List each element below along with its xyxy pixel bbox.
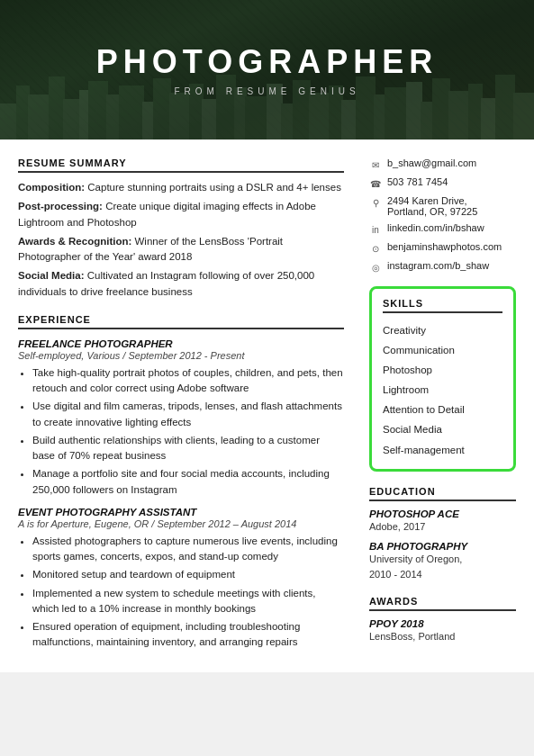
svg-rect-13: [202, 99, 218, 140]
skill-item-lightroom: Lightroom: [383, 380, 502, 400]
svg-rect-7: [106, 94, 121, 140]
svg-rect-8: [119, 86, 144, 140]
svg-rect-27: [421, 102, 434, 140]
svg-rect-6: [88, 81, 108, 140]
contact-instagram: ◎ instagram.com/b_shaw: [369, 260, 516, 274]
award-detail-1: LensBoss, Portland: [369, 629, 516, 644]
edu-detail-1: Adobe, 2017: [369, 519, 516, 535]
edu-detail-2a: University of Oregon,: [369, 552, 516, 567]
web-icon: ⊙: [369, 242, 382, 255]
resume-page: PHOTOGRAPHER FROM RESUME GENIUS RESUME S…: [0, 0, 534, 672]
svg-rect-25: [385, 87, 408, 140]
bullet-item: Assisted photographers to capture numero…: [32, 534, 344, 565]
email-icon: ✉: [369, 158, 382, 171]
edu-item-2: BA PHOTOGRAPHY University of Oregon, 201…: [369, 541, 516, 581]
svg-rect-22: [341, 100, 358, 140]
skills-section-title: SKILLS: [383, 298, 502, 313]
resume-body: RESUME SUMMARY Composition: Capture stun…: [0, 140, 534, 672]
bullet-item: Take high-quality portrait photos of cou…: [32, 365, 344, 397]
svg-rect-20: [309, 93, 330, 140]
contact-address: ⚲ 2494 Karen Drive, Portland, OR, 97225: [369, 195, 516, 217]
job-meta-1: Self-employed, Various / September 2012 …: [18, 350, 344, 361]
contact-email: ✉ b_shaw@gmail.com: [369, 158, 516, 171]
bullet-item: Build authentic relationships with clien…: [32, 433, 344, 464]
location-icon: ⚲: [369, 196, 382, 209]
svg-rect-31: [481, 98, 497, 140]
svg-rect-24: [374, 94, 386, 140]
skill-item-social-media: Social Media: [383, 419, 502, 439]
svg-rect-11: [169, 93, 191, 140]
phone-icon: ☎: [369, 177, 382, 190]
bullet-item: Manage a portfolio site and four social …: [32, 466, 344, 498]
summary-label-awards: Awards & Recognition:: [18, 236, 131, 247]
skill-item-attention: Attention to Detail: [383, 400, 502, 419]
svg-rect-32: [495, 75, 515, 140]
header: PHOTOGRAPHER FROM RESUME GENIUS: [0, 0, 534, 140]
job-title-2: EVENT PHOTOGRAPHY ASSISTANT: [18, 507, 344, 518]
svg-rect-18: [281, 104, 294, 140]
experience-section-title: EXPERIENCE: [18, 314, 344, 329]
skill-item-self-management: Self-management: [383, 440, 502, 460]
job-meta-2: A is for Aperture, Eugene, OR / Septembe…: [18, 518, 344, 529]
bullet-item: Ensured operation of equipment, includin…: [32, 619, 344, 651]
bullet-item: Monitored setup and teardown of equipmen…: [32, 567, 344, 582]
summary-section-title: RESUME SUMMARY: [18, 158, 344, 173]
summary-item-awards: Awards & Recognition: Winner of the Lens…: [18, 234, 344, 266]
svg-rect-33: [513, 93, 534, 140]
job-bullets-1: Take high-quality portrait photos of cou…: [18, 365, 344, 498]
svg-rect-14: [216, 75, 236, 140]
linkedin-icon: in: [369, 223, 382, 236]
edu-title-1: PHOTOSHOP ACE: [369, 508, 516, 519]
resume-title: PHOTOGRAPHER: [96, 43, 438, 81]
left-column: RESUME SUMMARY Composition: Capture stun…: [18, 158, 360, 654]
contact-website: ⊙ benjaminshawphotos.com: [369, 241, 516, 255]
summary-item-composition: Composition: Capture stunning portraits …: [18, 180, 344, 195]
svg-rect-26: [406, 82, 422, 140]
svg-rect-28: [432, 78, 450, 140]
svg-rect-30: [468, 84, 483, 140]
job-bullets-2: Assisted photographers to capture numero…: [18, 534, 344, 651]
svg-rect-16: [245, 96, 268, 140]
contact-section: ✉ b_shaw@gmail.com ☎ 503 781 7454 ⚲ 2494…: [369, 158, 516, 274]
summary-item-social: Social Media: Cultivated an Instagram fo…: [18, 268, 344, 300]
bullet-item: Implemented a new system to schedule mee…: [32, 586, 344, 617]
svg-rect-29: [448, 91, 470, 140]
right-column: ✉ b_shaw@gmail.com ☎ 503 781 7454 ⚲ 2494…: [360, 158, 516, 654]
svg-rect-1: [16, 86, 30, 140]
contact-phone: ☎ 503 781 7454: [369, 176, 516, 190]
svg-rect-0: [0, 104, 18, 140]
svg-rect-2: [28, 94, 50, 140]
summary-item-postprocessing: Post-processing: Create unique digital i…: [18, 199, 344, 230]
award-title-1: PPOY 2018: [369, 618, 516, 629]
svg-rect-9: [142, 102, 155, 140]
summary-label-social: Social Media:: [18, 270, 85, 281]
summary-label-postprocessing: Post-processing:: [18, 201, 103, 212]
skill-item-communication: Communication: [383, 340, 502, 360]
skill-item-creativity: Creativity: [383, 320, 502, 340]
skills-section: SKILLS Creativity Communication Photosho…: [369, 286, 516, 472]
svg-rect-4: [63, 99, 81, 140]
svg-rect-3: [49, 76, 65, 140]
skill-item-photoshop: Photoshop: [383, 360, 502, 380]
education-section-title: EDUCATION: [369, 486, 516, 501]
edu-title-2: BA PHOTOGRAPHY: [369, 541, 516, 552]
job-title-1: FREELANCE PHOTOGRAPHER: [18, 338, 344, 349]
summary-label-composition: Composition:: [18, 182, 85, 193]
svg-rect-10: [153, 78, 171, 140]
instagram-icon: ◎: [369, 261, 382, 274]
awards-section-title: AWARDS: [369, 596, 516, 611]
edu-detail-2b: 2010 - 2014: [369, 567, 516, 582]
contact-linkedin: in linkedin.com/in/bshaw: [369, 222, 516, 236]
bullet-item: Use digital and film cameras, tripods, l…: [32, 399, 344, 430]
resume-subtitle: FROM RESUME GENIUS: [174, 86, 359, 96]
